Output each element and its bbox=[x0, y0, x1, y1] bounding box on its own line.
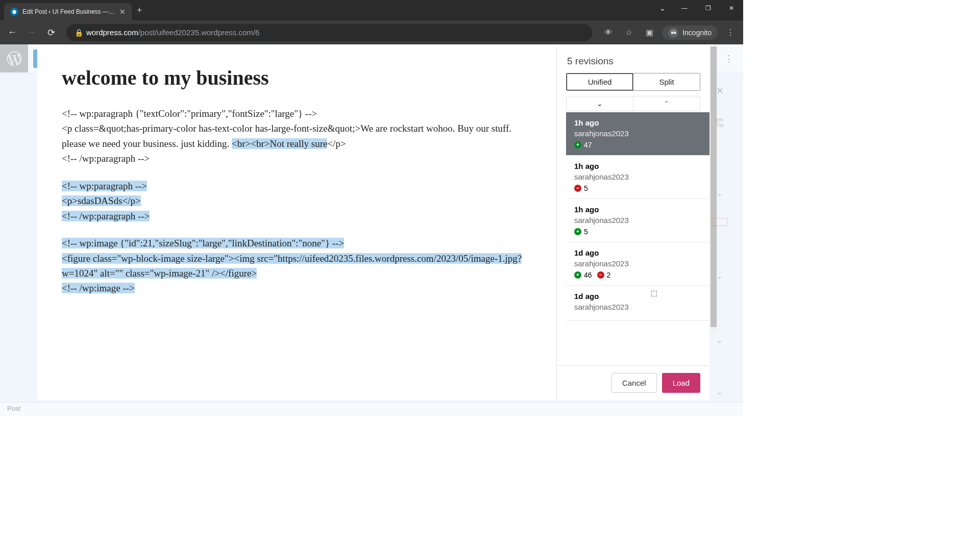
revisions-title: 5 revisions bbox=[557, 46, 709, 73]
document-type-label: Post bbox=[7, 405, 20, 412]
diff-added: <br><br>Not really sure bbox=[232, 138, 327, 149]
incognito-label: Incognito bbox=[682, 29, 712, 37]
wp-bottom-bar: Post bbox=[0, 402, 743, 416]
close-window-button[interactable]: ✕ bbox=[720, 0, 743, 16]
incognito-icon: 🕶 bbox=[668, 28, 678, 38]
prev-revision-button[interactable]: ⌃ bbox=[633, 96, 700, 111]
page-viewport: + ✎ ↶ ↷ ≡ Switch to draft Preview Update… bbox=[0, 44, 743, 416]
window-controls: ⌄ ― ❐ ✕ bbox=[652, 0, 743, 16]
chevron-down-icon[interactable]: ⌄ bbox=[717, 189, 723, 197]
diff-added: <figure class="wp-block-image size-large… bbox=[62, 253, 522, 279]
url-path: /post/uifeed20235.wordpress.com/6 bbox=[138, 28, 260, 37]
revisions-pane: 5 revisions Unified Split ⌄ ⌃ 1h ago sar… bbox=[556, 46, 709, 400]
revision-time: 1h ago bbox=[574, 205, 701, 214]
wordpress-favicon-icon bbox=[10, 8, 18, 16]
revisions-list[interactable]: 1h ago sarahjonas2023 +47 1h ago sarahjo… bbox=[566, 112, 709, 365]
back-button[interactable]: ← bbox=[5, 27, 19, 38]
revision-time: 1h ago bbox=[574, 118, 701, 127]
revision-item[interactable]: 1h ago sarahjonas2023 −5 bbox=[566, 156, 709, 199]
cancel-button[interactable]: Cancel bbox=[611, 373, 657, 393]
address-bar: ← → ⟳ 🔒 wordpress.com/post/uifeed20235.w… bbox=[0, 20, 743, 44]
minimize-button[interactable]: ― bbox=[673, 0, 696, 16]
cookies-icon[interactable]: 👁 bbox=[601, 25, 616, 40]
revision-stats: +47 bbox=[574, 141, 701, 149]
revision-item[interactable]: 1d ago sarahjonas2023 bbox=[566, 286, 709, 321]
diff-added: <!-- wp:paragraph --> bbox=[62, 181, 147, 191]
close-icon[interactable]: ✕ bbox=[716, 85, 724, 96]
revisions-footer: Cancel Load bbox=[557, 365, 709, 400]
revision-item[interactable]: 1d ago sarahjonas2023 +46−2 bbox=[566, 242, 709, 286]
chevron-down-icon[interactable]: ⌄ bbox=[717, 272, 723, 280]
url-field[interactable]: 🔒 wordpress.com/post/uifeed20235.wordpre… bbox=[66, 24, 593, 41]
browser-chrome: Edit Post ‹ UI Feed Business — W ✕ + ⌄ ―… bbox=[0, 0, 743, 44]
post-title: welcome to my business bbox=[62, 66, 532, 90]
revision-time: 1d ago bbox=[574, 248, 701, 257]
maximize-button[interactable]: ❐ bbox=[696, 0, 720, 16]
settings-sidebar-peek: ✕ pre7/w ⌄ ⌄ ⌄ ⌄ bbox=[710, 85, 729, 396]
added-stat: +46 bbox=[574, 271, 592, 279]
tab-title: Edit Post ‹ UI Feed Business — W bbox=[22, 8, 115, 15]
chevron-down-icon[interactable]: ⌄ bbox=[717, 388, 723, 396]
view-toggle: Unified Split bbox=[566, 73, 700, 91]
close-tab-icon[interactable]: ✕ bbox=[119, 8, 126, 16]
plus-icon: + bbox=[574, 228, 581, 235]
revision-author: sarahjonas2023 bbox=[574, 172, 701, 181]
options-menu-icon[interactable]: ⋮ bbox=[720, 49, 738, 68]
revision-stats: +46−2 bbox=[574, 271, 701, 279]
extensions-icon[interactable]: ▣ bbox=[642, 25, 657, 40]
revision-time: 1h ago bbox=[574, 162, 701, 170]
diff-line: <!-- /wp:paragraph --> bbox=[62, 153, 150, 164]
bookmark-icon[interactable]: ☆ bbox=[621, 25, 636, 40]
unified-view-button[interactable]: Unified bbox=[566, 73, 633, 91]
browser-tab[interactable]: Edit Post ‹ UI Feed Business — W ✕ bbox=[4, 3, 132, 20]
incognito-badge[interactable]: 🕶 Incognito bbox=[662, 26, 718, 40]
plus-icon: + bbox=[574, 141, 581, 148]
browser-menu-icon[interactable]: ⋮ bbox=[723, 25, 738, 40]
revision-item[interactable]: 1h ago sarahjonas2023 +47 bbox=[566, 112, 709, 156]
removed-stat: −5 bbox=[574, 184, 588, 192]
diff-added: <!-- /wp:image --> bbox=[62, 283, 135, 293]
diff-pane: welcome to my business <!-- wp:paragraph… bbox=[37, 46, 556, 400]
tabs-dropdown-icon[interactable]: ⌄ bbox=[652, 0, 673, 16]
new-tab-button[interactable]: + bbox=[137, 5, 142, 16]
revision-stats: +5 bbox=[574, 228, 701, 236]
diff-added: <p>sdasDASds</p> bbox=[62, 195, 141, 206]
minus-icon: − bbox=[597, 271, 604, 279]
load-button[interactable]: Load bbox=[662, 373, 700, 393]
diff-line: </p> bbox=[327, 138, 346, 149]
removed-stat: −2 bbox=[597, 271, 611, 279]
revision-time: 1d ago bbox=[574, 292, 701, 300]
plus-icon: + bbox=[574, 271, 581, 279]
next-revision-button[interactable]: ⌄ bbox=[567, 96, 633, 111]
forward-button[interactable]: → bbox=[24, 27, 39, 38]
revision-author: sarahjonas2023 bbox=[574, 216, 701, 224]
minus-icon: − bbox=[574, 185, 581, 192]
tab-bar: Edit Post ‹ UI Feed Business — W ✕ + ⌄ ―… bbox=[0, 0, 743, 20]
diff-line: <!-- wp:paragraph {"textColor":"primary"… bbox=[62, 108, 317, 119]
added-stat: +47 bbox=[574, 141, 592, 149]
diff-added: <!-- wp:image {"id":21,"sizeSlug":"large… bbox=[62, 238, 344, 248]
site-info-icon[interactable]: 🔒 bbox=[75, 29, 83, 37]
revision-author: sarahjonas2023 bbox=[574, 303, 701, 311]
revision-nav: ⌄ ⌃ bbox=[566, 96, 700, 111]
revision-item[interactable]: 1h ago sarahjonas2023 +5 bbox=[566, 199, 709, 242]
revision-author: sarahjonas2023 bbox=[574, 259, 701, 268]
revision-author: sarahjonas2023 bbox=[574, 129, 701, 138]
split-view-button[interactable]: Split bbox=[633, 73, 700, 91]
diff-content: <!-- wp:paragraph {"textColor":"primary"… bbox=[62, 106, 532, 296]
added-stat: +5 bbox=[574, 228, 588, 236]
revisions-modal: welcome to my business <!-- wp:paragraph… bbox=[37, 46, 709, 400]
diff-added: <!-- /wp:paragraph --> bbox=[62, 211, 150, 221]
input-peek[interactable] bbox=[712, 218, 727, 226]
reload-button[interactable]: ⟳ bbox=[44, 27, 58, 38]
url-host: wordpress.com bbox=[86, 28, 138, 37]
chevron-down-icon[interactable]: ⌄ bbox=[717, 336, 723, 344]
revision-stats: −5 bbox=[574, 184, 701, 192]
